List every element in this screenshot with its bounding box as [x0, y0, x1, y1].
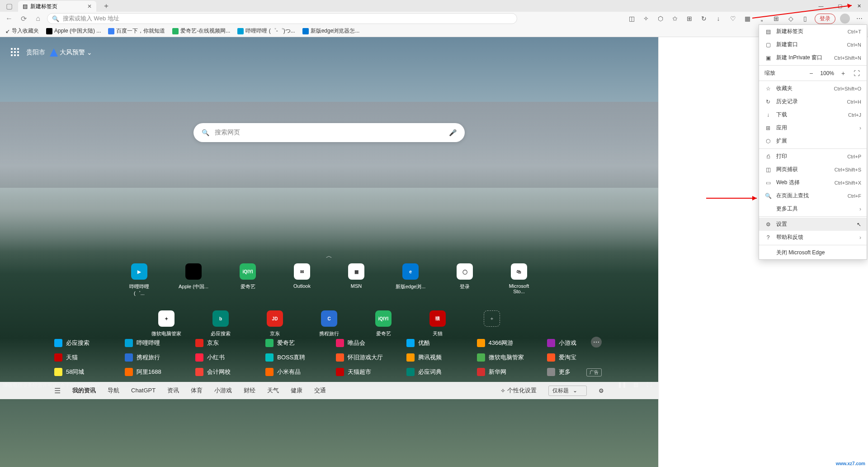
- nav-item[interactable]: 资讯: [167, 387, 179, 394]
- bookmark-item[interactable]: Apple (中国大陆) ...: [46, 27, 101, 35]
- gear-icon[interactable]: ⚙: [599, 387, 604, 394]
- nav-item[interactable]: 交通: [314, 387, 326, 394]
- menu-capture[interactable]: ◫网页捕获Ctrl+Shift+S: [759, 163, 867, 176]
- link-cell[interactable]: 腾讯视频: [406, 350, 463, 365]
- microphone-icon[interactable]: 🎤: [449, 129, 457, 136]
- link-cell[interactable]: 小红书: [195, 350, 252, 365]
- location-label[interactable]: 贵阳市: [26, 48, 45, 57]
- menu-new-tab[interactable]: ▤新建标签页Ctrl+T: [759, 25, 867, 38]
- bookmark-item[interactable]: 爱奇艺-在线视频网...: [172, 27, 230, 35]
- quick-link-item[interactable]: 猫天猫: [422, 310, 453, 337]
- link-cell[interactable]: 4366网游: [477, 336, 534, 350]
- new-tab-button[interactable]: ＋: [103, 1, 110, 11]
- browser-tab[interactable]: ▤ 新建标签页 ✕: [18, 1, 96, 12]
- quick-link-item[interactable]: 🛍Microsoft Sto...: [503, 263, 535, 297]
- link-cell[interactable]: 小米有品: [265, 365, 322, 379]
- back-button[interactable]: ←: [4, 13, 14, 24]
- quote-icon[interactable]: „: [757, 14, 767, 24]
- link-cell[interactable]: 必应搜索: [54, 336, 111, 350]
- nav-item[interactable]: 健康: [291, 387, 302, 394]
- link-cell[interactable]: 天猫: [54, 350, 111, 365]
- link-cell[interactable]: 京东: [195, 336, 252, 350]
- refresh-button[interactable]: ⟳: [18, 13, 29, 24]
- link-cell[interactable]: 爱奇艺: [265, 336, 322, 350]
- link-cell[interactable]: 爱淘宝: [547, 350, 604, 365]
- menu-downloads[interactable]: ↓下载Ctrl+J: [759, 108, 867, 121]
- quick-link-item[interactable]: e新版edge浏...: [395, 263, 426, 297]
- quick-link-item[interactable]: iQIYI爱奇艺: [368, 310, 399, 337]
- quick-link-item[interactable]: ▦MSN: [340, 263, 372, 297]
- tab-actions-icon[interactable]: ▢: [4, 0, 14, 11]
- minimize-button[interactable]: ―: [812, 0, 830, 12]
- link-cell[interactable]: 新华网: [477, 365, 534, 379]
- quick-link-item[interactable]: Apple (中国...: [178, 263, 209, 297]
- weather-badge[interactable]: 大风预警 ⌄: [50, 48, 92, 57]
- menu-icon[interactable]: ☰: [54, 386, 61, 395]
- extensions-icon[interactable]: ⊞: [771, 14, 781, 24]
- menu-find[interactable]: 🔍在页面上查找Ctrl+F: [759, 189, 867, 202]
- home-button[interactable]: ⌂: [33, 13, 43, 24]
- shield-icon[interactable]: ⬡: [656, 14, 665, 24]
- menu-close-edge[interactable]: 关闭 Microsoft Edge: [759, 246, 867, 259]
- menu-extensions[interactable]: ⬡扩展: [759, 134, 867, 148]
- link-cell[interactable]: 会计网校: [195, 365, 252, 379]
- avatar[interactable]: [840, 14, 850, 24]
- bookmark-item[interactable]: 哔哩哔哩 (゜-゜)つ...: [237, 27, 295, 35]
- link-cell[interactable]: 微软电脑管家: [477, 350, 534, 365]
- chevron-up-icon[interactable]: ︿: [326, 252, 332, 260]
- menu-webselect[interactable]: ▭Web 选择Ctrl+Shift+X: [759, 176, 867, 189]
- quick-link-item[interactable]: ✉Outlook: [286, 263, 318, 297]
- menu-new-window[interactable]: ▢新建窗口Ctrl+N: [759, 38, 867, 51]
- menu-history[interactable]: ↻历史记录Ctrl+H: [759, 95, 867, 108]
- close-window-button[interactable]: ✕: [850, 0, 868, 12]
- maximize-button[interactable]: ▢: [831, 0, 849, 12]
- link-cell[interactable]: 怀旧游戏大厅: [336, 350, 393, 365]
- quick-link-item[interactable]: JD京东: [259, 310, 291, 337]
- zoom-in-button[interactable]: +: [839, 70, 848, 77]
- link-cell[interactable]: 哔哩哔哩: [125, 336, 182, 350]
- import-favorites-button[interactable]: ↙ 导入收藏夹: [5, 27, 39, 35]
- downloads-icon[interactable]: ↓: [713, 14, 723, 24]
- mobile-icon[interactable]: ▯: [800, 14, 810, 24]
- zoom-out-button[interactable]: −: [807, 70, 816, 77]
- fullscreen-button[interactable]: ⛶: [852, 70, 861, 77]
- menu-apps[interactable]: ⊞应用›: [759, 121, 867, 134]
- grid-more-button[interactable]: ⋯: [591, 337, 602, 348]
- display-mode-select[interactable]: 仅标题 ⌄: [548, 386, 587, 396]
- link-cell[interactable]: BOSS直聘: [265, 350, 322, 365]
- close-icon[interactable]: ✕: [87, 3, 92, 10]
- link-cell[interactable]: 唯品会: [336, 336, 393, 350]
- quick-link-item[interactable]: iQIYI爱奇艺: [232, 263, 264, 297]
- address-bar[interactable]: 🔍 搜索或输入 Web 地址: [47, 13, 517, 24]
- heart-icon[interactable]: ♡: [728, 14, 738, 24]
- personalize-button[interactable]: ✧ 个性化设置: [500, 386, 537, 395]
- nav-item[interactable]: 体育: [191, 387, 203, 394]
- menu-new-inprivate[interactable]: ▣新建 InPrivate 窗口Ctrl+Shift+N: [759, 51, 867, 64]
- nav-item[interactable]: ChatGPT: [131, 387, 156, 394]
- quick-link-item[interactable]: ◯登录: [449, 263, 481, 297]
- history-icon[interactable]: ↻: [699, 14, 709, 24]
- favorites-icon[interactable]: ✩: [670, 14, 680, 24]
- quick-link-item[interactable]: C携程旅行: [313, 310, 345, 337]
- nav-item[interactable]: 小游戏: [214, 387, 232, 394]
- login-button[interactable]: 登录: [815, 14, 835, 24]
- apps-grid-icon[interactable]: [9, 46, 22, 59]
- menu-favorites[interactable]: ☆收藏夹Ctrl+Shift+O: [759, 82, 867, 95]
- add-quick-link-button[interactable]: +: [476, 310, 508, 337]
- nav-item[interactable]: 我的资讯: [72, 387, 96, 394]
- quick-link-item[interactable]: ▶哔哩哔哩 (゜...: [123, 263, 155, 297]
- bookmark-item[interactable]: 新版edge浏览器怎...: [302, 27, 360, 35]
- link-cell[interactable]: 58同城: [54, 365, 111, 379]
- link-cell[interactable]: 阿里1688: [125, 365, 182, 379]
- bookmark-item[interactable]: 百度一下，你就知道: [108, 27, 165, 35]
- menu-more-tools[interactable]: 更多工具›: [759, 202, 867, 215]
- math-icon[interactable]: ▦: [742, 14, 752, 24]
- nav-item[interactable]: 天气: [267, 387, 279, 394]
- menu-help[interactable]: ?帮助和反馈›: [759, 231, 867, 244]
- link-cell[interactable]: 优酷: [406, 336, 463, 350]
- link-cell[interactable]: 必应词典: [406, 365, 463, 379]
- star-favorite-icon[interactable]: ✧: [641, 14, 651, 24]
- nav-item[interactable]: 财经: [244, 387, 255, 394]
- quick-link-item[interactable]: ✦微软电脑管家: [151, 310, 182, 337]
- menu-settings[interactable]: ⚙设置↖: [759, 218, 867, 231]
